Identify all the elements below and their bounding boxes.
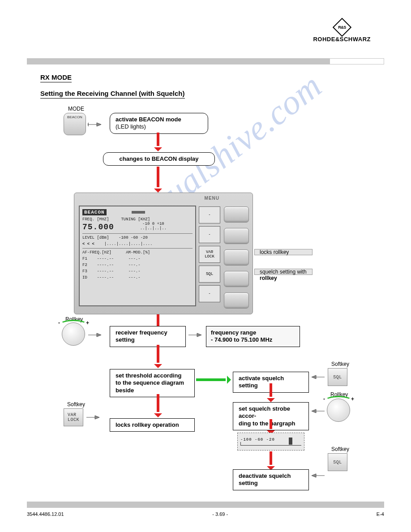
section-title-2: Setting the Receiving Channel (with Sque… — [40, 90, 185, 99]
hardkey-1[interactable] — [224, 206, 249, 223]
arrow-down-icon — [157, 345, 159, 363]
lcd-row-f3: F3 ----.-- ---.- — [82, 269, 193, 274]
lcd-softkey-column: - - VAR LOCK SQL - — [199, 206, 220, 302]
step4-l1: set threshold according — [116, 372, 181, 379]
pointing-hand-icon — [88, 119, 102, 130]
lcd-softkey-varlock[interactable]: VAR LOCK — [199, 246, 220, 263]
sq2-l2: ding to the bargraph — [239, 420, 295, 427]
frequency-range-box: frequency range - 74.900 to 75.100 MHz — [206, 326, 300, 347]
step2-text: changes to BEACON display — [120, 155, 199, 162]
arrow-down-icon — [157, 394, 159, 412]
lcd-level-label: LEVEL [dBm] — [82, 236, 109, 240]
step1-sub: (LED lights) — [116, 123, 146, 130]
lcd-row-id: ID ----.-- ---.- — [82, 275, 193, 280]
arrow-down-icon — [270, 451, 272, 465]
lcd-level-arrows: < < < — [82, 242, 94, 246]
lcd-row-f2: F2 ----.-- ---.- — [82, 263, 193, 267]
hardkey-3[interactable] — [224, 249, 249, 266]
footer-left: 3544.4486.12.01 — [27, 511, 64, 517]
step-set-threshold: set threshold according to the sequence … — [110, 369, 195, 397]
pointing-hand-icon — [86, 412, 100, 423]
lcd-softkey-sql[interactable]: SQL — [199, 266, 220, 283]
freq-range-value: - 74.900 to 75.100 MHz — [211, 336, 272, 343]
softkey-label-2: Softkey — [331, 361, 349, 367]
footer-divider — [27, 502, 384, 508]
sq3-l1: deactivate squelch — [239, 472, 291, 479]
arrow-down-icon — [270, 419, 272, 429]
step-changes-display: changes to BEACON display — [103, 152, 215, 166]
softkey-label-3: Softkey — [331, 446, 349, 452]
sq3-l2: setting — [239, 480, 258, 486]
lcd-indicator-bar-icon — [132, 211, 145, 214]
lcd-level-ticks: -100 -60 -20 — [119, 236, 148, 240]
step-receiver-frequency: receiver frequency setting — [110, 326, 186, 347]
annot-squelch-setting: squelch setting with rollkey — [260, 269, 307, 281]
lcd-softkey-1[interactable]: - — [199, 206, 220, 223]
pointing-hand-icon — [88, 330, 102, 340]
rohde-schwarz-icon — [333, 18, 351, 37]
level-scale-icon: |....|....|....|.... — [104, 242, 153, 246]
step3-l1: receiver frequency — [116, 329, 167, 336]
sq1-text: activate squelch setting — [239, 375, 284, 389]
step-activate-beacon: activate BEACON mode (LED lights) — [110, 113, 208, 134]
hardkey-4[interactable] — [224, 271, 249, 287]
pointing-hand-icon — [311, 406, 325, 416]
lcd-hardkey-column — [224, 206, 249, 309]
pointing-hand-icon — [311, 372, 325, 382]
step4-l3: beside — [116, 387, 134, 394]
lcd-row-f1: F1 ----.-- ---.- — [82, 257, 193, 261]
footer-center: - 3.69 - — [212, 511, 228, 517]
section-title-1: RX MODE — [40, 73, 72, 82]
pointing-hand-icon — [188, 330, 202, 340]
hardkey-5[interactable] — [224, 292, 249, 309]
arrow-down-icon — [270, 383, 272, 397]
softkey-varlock[interactable]: VAR LOCK — [64, 408, 83, 426]
lcd-freq-value: 75.000 — [82, 223, 114, 232]
tuning-scale-icon: ..|..|..|.. — [140, 226, 167, 231]
header-divider — [27, 58, 384, 64]
hardkey-2[interactable] — [224, 228, 249, 244]
annot-locks-rollkey: locks rollkey — [260, 249, 289, 255]
device-display: MENU BEACON FREQ. [MHZ] TUNING [KHZ] 75.… — [74, 193, 253, 314]
lcd-tuning-label: TUNING [KHZ] — [121, 217, 150, 222]
brand-logo: ROHDE&SCHWARZ — [313, 18, 371, 43]
footer-right: E-4 — [377, 511, 384, 517]
lcd-softkey-5[interactable]: - — [199, 285, 220, 302]
lcd-title: BEACON — [82, 209, 107, 215]
step4-l2: to the sequence diagram — [116, 379, 184, 386]
lcd-af-label: AF-FREQ.[HZ] — [82, 250, 111, 255]
softkey-sql-bottom[interactable]: SQL — [328, 453, 347, 471]
pointing-hand-icon — [311, 470, 325, 481]
page-header: ROHDE&SCHWARZ — [27, 18, 384, 54]
lcd-screen: BEACON FREQ. [MHZ] TUNING [KHZ] 75.000 -… — [79, 206, 196, 306]
lcd-am-label: AM-MOD.[%] — [126, 250, 150, 255]
lcd-tuning-ticks: -10 0 +10 — [142, 222, 164, 226]
bargraph-thumbnail: -100 -60 -20 — [237, 433, 304, 450]
lcd-menu-label: MENU — [205, 196, 219, 201]
step-deactivate-squelch: deactivate squelch setting — [233, 469, 309, 490]
mode-group-label: MODE — [68, 106, 84, 112]
bargraph-scale-icon — [240, 442, 301, 446]
step-locks-rollkey: locks rollkey operation — [110, 418, 195, 432]
beacon-hardkey-label: BEACON — [67, 115, 82, 119]
step1-bold: activate BEACON mode — [116, 116, 181, 123]
freq-range-label: frequency range — [211, 329, 256, 336]
step5-text: locks rollkey operation — [116, 421, 179, 428]
step3-l2: setting — [116, 336, 135, 343]
arrow-down-icon — [157, 133, 159, 146]
lcd-freq-label: FREQ. [MHZ] — [82, 217, 109, 222]
flow-diagram: manualshive.com MODE BEACON activate BEA… — [27, 103, 384, 497]
softkey-label-1: Softkey — [67, 401, 85, 408]
sq2-l1: set squelch strobe accor- — [239, 405, 290, 419]
softkey-sql-top[interactable]: SQL — [328, 368, 347, 386]
arrow-right-icon — [196, 378, 226, 381]
beacon-hardkey[interactable]: BEACON — [64, 113, 86, 135]
lcd-softkey-2[interactable]: - — [199, 226, 220, 243]
page-footer: 3544.4486.12.01 - 3.69 - E-4 — [27, 511, 384, 517]
arrow-down-icon — [157, 167, 159, 187]
